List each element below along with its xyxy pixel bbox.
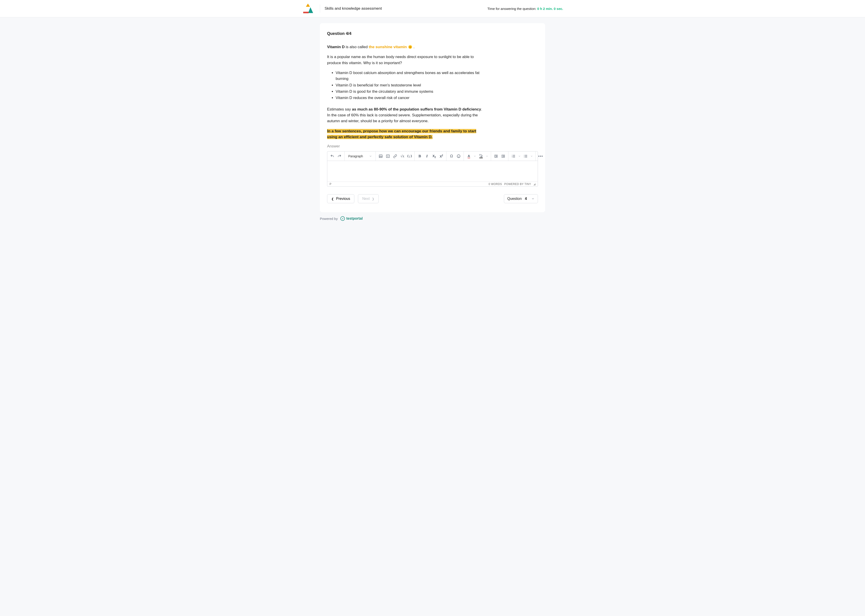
- chevron-down-icon: [369, 155, 372, 157]
- timer: Time for answering the question: 0 h 2 m…: [487, 7, 563, 11]
- intro-sunshine: the sunshine vitamin: [369, 45, 408, 49]
- svg-point-4: [380, 156, 380, 156]
- selector-label: Question: [507, 197, 522, 201]
- svg-marker-6: [388, 156, 389, 157]
- question-counter: Question 4/4: [327, 31, 538, 36]
- footer-powered-by: Powered by: [320, 217, 338, 220]
- testportal-brand: testportal: [346, 217, 363, 220]
- list-item: Vitamin D reduces the overall risk of ca…: [336, 95, 485, 101]
- previous-label: Previous: [336, 197, 350, 201]
- check-circle-icon: ✓: [340, 216, 345, 221]
- bullet-list-dropdown[interactable]: [529, 152, 534, 160]
- question-selector[interactable]: Question 4: [504, 194, 538, 203]
- chevron-right-icon: ❯: [372, 197, 374, 201]
- sun-emoji: 🌞: [408, 45, 413, 49]
- rich-text-editor: Paragraph √x: [327, 151, 538, 187]
- undo-button[interactable]: [329, 152, 336, 160]
- question-prompt-highlight: In a few sentences, propose how we can e…: [327, 129, 476, 139]
- insert-media-button[interactable]: [384, 152, 391, 160]
- chevron-left-icon: ❮: [331, 197, 334, 201]
- selector-value: 4: [525, 197, 527, 201]
- insert-code-button[interactable]: {;}: [406, 152, 413, 160]
- indent-button[interactable]: [499, 152, 507, 160]
- answer-label: Answer: [327, 144, 538, 149]
- chevron-down-icon: [531, 197, 534, 200]
- redo-button[interactable]: [336, 152, 343, 160]
- word-count: 0 WORDS: [488, 182, 502, 186]
- intro-end: .: [413, 45, 414, 49]
- editor-toolbar: Paragraph √x: [327, 151, 538, 161]
- question-body: Vitamin D is also called the sunshine vi…: [327, 44, 538, 140]
- highlight-color-dropdown[interactable]: [485, 152, 490, 160]
- emoji-button[interactable]: [455, 152, 462, 160]
- svg-rect-3: [379, 155, 383, 157]
- next-button[interactable]: Next ❯: [358, 194, 379, 203]
- timer-value: 0 h 2 min. 0 sec.: [537, 7, 563, 11]
- editor-powered-by: POWERED BY TINY: [504, 182, 531, 186]
- svg-point-7: [457, 155, 460, 158]
- app-header: Skills and knowledge assessment Time for…: [0, 0, 865, 17]
- question-card: Question 4/4 Vitamin D is also called th…: [320, 23, 545, 212]
- previous-button[interactable]: ❮ Previous: [327, 194, 355, 203]
- resize-grip[interactable]: ◢: [533, 182, 536, 186]
- numbered-list-dropdown[interactable]: [517, 152, 522, 160]
- insert-image-button[interactable]: [377, 152, 384, 160]
- outdent-button[interactable]: [492, 152, 499, 160]
- intro-strong: Vitamin D: [327, 45, 345, 49]
- next-label: Next: [362, 197, 370, 201]
- italic-button[interactable]: I: [423, 152, 430, 160]
- text-color-button[interactable]: A: [465, 152, 473, 160]
- testportal-logo[interactable]: ✓ testportal: [340, 216, 363, 221]
- intro-paragraph-2: It is a popular name as the human body n…: [327, 54, 485, 66]
- highlight-color-button[interactable]: [477, 152, 485, 160]
- format-select[interactable]: Paragraph: [346, 152, 374, 160]
- svg-point-28: [524, 156, 525, 156]
- footer: Powered by ✓ testportal: [315, 216, 550, 221]
- svg-point-29: [524, 157, 525, 157]
- bullet-list-button[interactable]: [522, 152, 529, 160]
- special-char-button[interactable]: Ω: [448, 152, 455, 160]
- subscript-button[interactable]: X2: [430, 152, 438, 160]
- numbered-list-button[interactable]: 123: [510, 152, 517, 160]
- list-item: Vitamin D boost calcium absorption and s…: [336, 70, 485, 82]
- svg-marker-0: [306, 3, 310, 7]
- svg-rect-2: [303, 12, 309, 13]
- text-color-dropdown[interactable]: [473, 152, 477, 160]
- bullet-list: Vitamin D boost calcium absorption and s…: [327, 70, 485, 101]
- format-select-label: Paragraph: [348, 154, 363, 158]
- assessment-title: Skills and knowledge assessment: [325, 6, 382, 11]
- intro-mid: is also called: [345, 45, 369, 49]
- svg-marker-1: [308, 7, 313, 13]
- svg-text:3: 3: [512, 157, 513, 158]
- timer-label: Time for answering the question:: [487, 7, 536, 11]
- nav-row: ❮ Previous Next ❯ Question 4: [327, 194, 538, 203]
- editor-statusbar: P 0 WORDS POWERED BY TINY ◢: [327, 182, 538, 186]
- superscript-button[interactable]: X2: [438, 152, 445, 160]
- list-item: Vitamin D is good for the circulatory an…: [336, 89, 485, 94]
- editor-path: P: [329, 182, 331, 186]
- svg-point-27: [524, 155, 525, 155]
- insert-link-button[interactable]: [391, 152, 399, 160]
- editor-textarea[interactable]: [327, 161, 538, 182]
- brand-logo: [302, 3, 315, 14]
- list-item: Vitamin D is beneficial for men's testos…: [336, 82, 485, 88]
- bold-button[interactable]: B: [416, 152, 423, 160]
- more-options-button[interactable]: •••: [537, 152, 544, 160]
- estimates-pre: Estimates say: [327, 107, 352, 112]
- insert-equation-button[interactable]: √x: [399, 152, 406, 160]
- estimates-bold: as much as 80-90% of the population suff…: [352, 107, 481, 112]
